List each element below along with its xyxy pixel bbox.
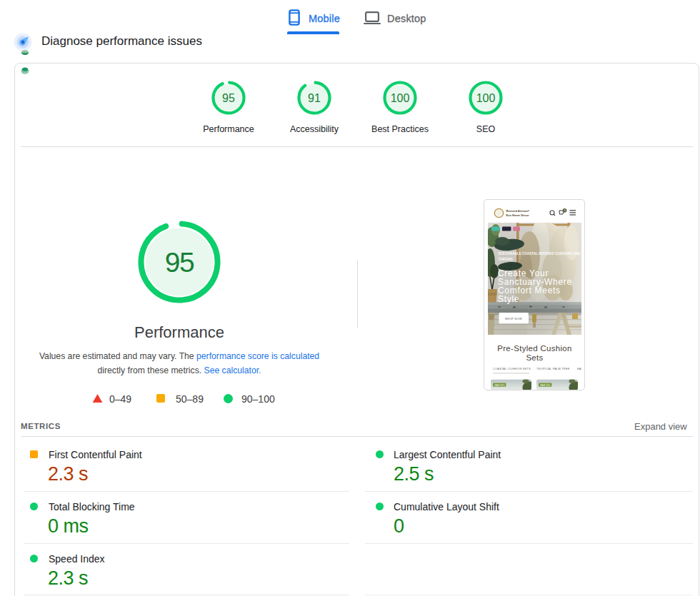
svg-text:100: 100 — [391, 92, 410, 104]
svg-text:Style: Style — [498, 294, 519, 304]
svg-text:Sets: Sets — [526, 353, 543, 362]
svg-text:TROPICAL PALM TREE: TROPICAL PALM TREE — [536, 367, 570, 370]
svg-text:Eco Home Decor: Eco Home Decor — [506, 213, 529, 217]
svg-text:Pre-Styled Cushion: Pre-Styled Cushion — [497, 344, 571, 353]
svg-text:SHOP NOW: SHOP NOW — [505, 318, 522, 320]
svg-text:0: 0 — [564, 209, 565, 212]
svg-text:SUSTAINABLE COASTAL INSPIRED C: SUSTAINABLE COASTAL INSPIRED CUSHIONS AN… — [499, 252, 581, 256]
svg-text:SAVE 30%: SAVE 30% — [494, 384, 505, 387]
svg-text:100: 100 — [476, 92, 496, 104]
svg-text:95: 95 — [222, 92, 235, 104]
svg-text:Revived Artisan®: Revived Artisan® — [506, 209, 530, 213]
svg-text:THROWS: THROWS — [499, 258, 513, 261]
svg-text:SAVE 30%: SAVE 30% — [540, 384, 551, 387]
svg-text:HA: HA — [577, 367, 581, 370]
svg-text:COASTAL CUSHION SETS: COASTAL CUSHION SETS — [493, 367, 531, 370]
svg-text:91: 91 — [308, 92, 321, 104]
svg-text:95: 95 — [165, 247, 194, 278]
